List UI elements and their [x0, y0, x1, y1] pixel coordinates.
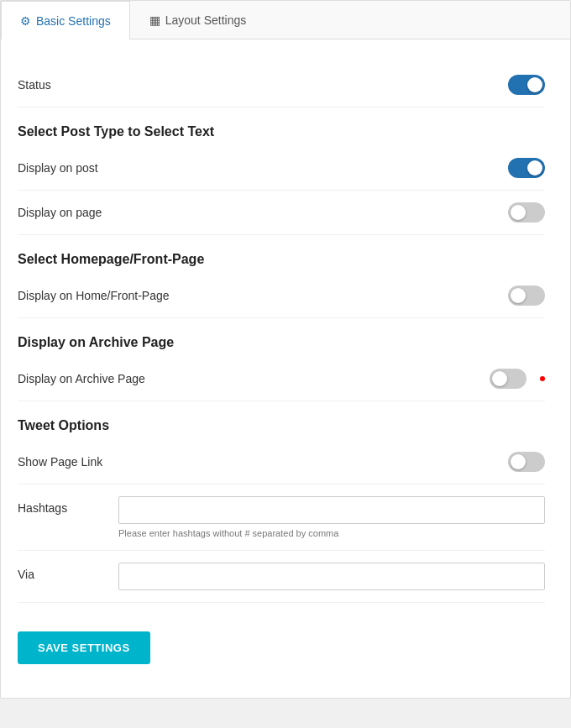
display-on-archive-row: Display on Archive Page: [18, 357, 545, 401]
hashtags-row: Hashtags Please enter hashtags without #…: [18, 484, 545, 551]
display-on-page-toggle[interactable]: [508, 202, 545, 223]
hashtags-label: Hashtags: [18, 496, 102, 515]
show-page-link-slider: [508, 452, 545, 472]
show-page-link-label: Show Page Link: [18, 455, 102, 469]
display-on-archive-slider: [490, 369, 526, 389]
archive-heading: Display on Archive Page: [18, 318, 545, 357]
display-on-home-row: Display on Home/Front-Page: [18, 274, 545, 318]
display-on-home-label: Display on Home/Front-Page: [18, 289, 170, 302]
display-on-archive-label: Display on Archive Page: [18, 372, 145, 385]
post-type-heading: Select Post Type to Select Text: [18, 107, 545, 146]
archive-red-dot: [540, 376, 545, 381]
display-on-home-toggle[interactable]: [508, 285, 545, 306]
layout-icon: ▦: [149, 13, 160, 27]
status-toggle[interactable]: [508, 75, 545, 95]
display-on-home-slider: [508, 285, 545, 306]
status-label: Status: [18, 78, 51, 92]
homepage-heading: Select Homepage/Front-Page: [18, 235, 545, 274]
tabs-bar: ⚙ Basic Settings ▦ Layout Settings: [1, 1, 570, 39]
via-row: Via: [18, 551, 545, 603]
gear-icon: ⚙: [20, 14, 31, 28]
hashtags-hint: Please enter hashtags without # separate…: [118, 528, 545, 538]
display-on-archive-toggle[interactable]: [490, 369, 526, 389]
via-label: Via: [18, 563, 102, 581]
save-button[interactable]: SAVE SETTINGS: [18, 631, 150, 664]
tab-layout[interactable]: ▦ Layout Settings: [130, 1, 266, 39]
settings-container: ⚙ Basic Settings ▦ Layout Settings Statu…: [0, 0, 571, 699]
tweet-options-heading: Tweet Options: [18, 401, 545, 440]
save-button-wrap: SAVE SETTINGS: [18, 603, 545, 664]
display-on-page-slider: [508, 202, 545, 223]
display-on-post-row: Display on post: [18, 146, 545, 191]
display-on-post-label: Display on post: [18, 161, 98, 175]
tab-basic-label: Basic Settings: [36, 14, 111, 28]
show-page-link-row: Show Page Link: [18, 440, 545, 484]
hashtags-input[interactable]: [118, 496, 545, 524]
tab-layout-label: Layout Settings: [165, 13, 247, 27]
display-on-post-toggle[interactable]: [508, 158, 545, 178]
display-on-page-label: Display on page: [18, 206, 102, 219]
show-page-link-toggle[interactable]: [508, 452, 545, 472]
display-on-page-row: Display on page: [18, 191, 545, 235]
via-input[interactable]: [118, 563, 545, 590]
settings-content: Status Select Post Type to Select Text D…: [1, 39, 570, 698]
tab-basic[interactable]: ⚙ Basic Settings: [1, 1, 130, 39]
status-slider: [508, 75, 545, 95]
status-row: Status: [18, 60, 545, 107]
via-input-wrap: [118, 563, 545, 590]
hashtags-input-wrap: Please enter hashtags without # separate…: [118, 496, 545, 538]
display-on-post-slider: [508, 158, 545, 178]
